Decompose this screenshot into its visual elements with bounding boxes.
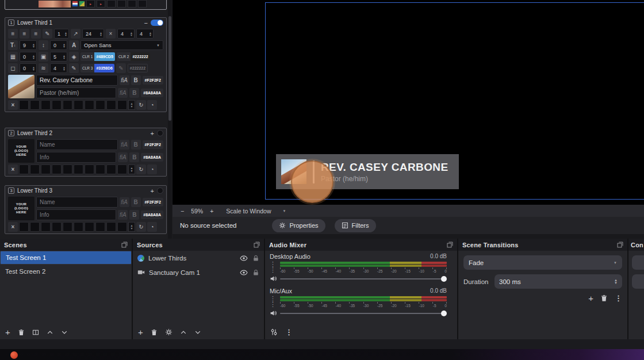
slot-button[interactable] xyxy=(41,222,51,232)
popout-icon[interactable] xyxy=(447,242,453,248)
logo-thumbnail[interactable] xyxy=(8,75,34,98)
info-color-chip[interactable]: #8A8A8A xyxy=(141,89,163,97)
slot-button[interactable] xyxy=(117,100,127,110)
italic-icon[interactable]: ﬁA xyxy=(118,210,128,220)
transition-menu-dots-icon[interactable]: ⋮ xyxy=(615,294,622,302)
add-source-button[interactable]: + xyxy=(138,328,143,336)
refresh-icon[interactable]: ↻ xyxy=(136,222,146,232)
expand-button[interactable]: + xyxy=(151,187,154,194)
slot-button[interactable] xyxy=(117,164,127,174)
source-item[interactable]: Lower Thirds xyxy=(133,251,264,265)
slot-button[interactable] xyxy=(106,222,116,232)
info-input[interactable]: Pastor (he/him) xyxy=(36,87,116,98)
bold-icon[interactable]: B xyxy=(129,88,139,98)
copies-spinner[interactable]: 5▲▼ xyxy=(50,52,67,62)
visibility-eye-icon[interactable] xyxy=(240,269,248,277)
info-input[interactable]: Info xyxy=(36,209,116,220)
align-center-icon[interactable]: ≡ xyxy=(20,29,29,39)
filters-button[interactable]: Filters xyxy=(335,219,376,232)
advanced-audio-icon[interactable] xyxy=(270,328,278,336)
slot-button[interactable] xyxy=(95,222,105,232)
slot-button[interactable] xyxy=(19,164,29,174)
remove-transition-button[interactable] xyxy=(600,294,608,302)
refresh-icon[interactable]: ↻ xyxy=(136,164,146,174)
slot-button[interactable] xyxy=(30,222,40,232)
name-input[interactable]: Rev. Casey Carbone xyxy=(36,75,118,86)
channel-options-icon[interactable]: ⋮⋮ xyxy=(270,296,278,308)
info-color-chip[interactable]: #8A8A8A xyxy=(141,210,163,219)
text-height-icon[interactable]: T↕ xyxy=(8,40,18,50)
remove-source-button[interactable] xyxy=(151,329,158,336)
color-2-picker[interactable]: CLR 2 #222222 xyxy=(117,52,150,61)
slot-button[interactable] xyxy=(138,0,147,7)
align-left-icon[interactable]: ≡ xyxy=(8,29,18,39)
source-properties-gear-icon[interactable] xyxy=(165,328,172,336)
lines-icon[interactable]: ≋ xyxy=(39,63,48,73)
slot-button[interactable] xyxy=(95,100,105,110)
zoom-in-button[interactable]: + xyxy=(210,208,213,215)
slot-button[interactable] xyxy=(63,164,72,174)
scale-mode-select[interactable]: Scale to Window xyxy=(226,208,271,215)
lock-icon[interactable] xyxy=(252,269,259,276)
outline-width-spinner[interactable]: 1▲▼ xyxy=(54,29,69,39)
enable-toggle[interactable] xyxy=(157,187,163,194)
corner-spinner[interactable]: 0▲▼ xyxy=(20,63,37,73)
slot-button[interactable] xyxy=(106,100,116,110)
clear-icon[interactable]: × xyxy=(8,164,18,174)
lock-icon[interactable] xyxy=(252,255,259,262)
bold-icon[interactable]: B xyxy=(129,152,139,162)
align-right-icon[interactable]: ≡ xyxy=(31,29,41,39)
slot-button[interactable] xyxy=(52,164,62,174)
move-scene-down-button[interactable] xyxy=(61,329,68,336)
color-1-picker[interactable]: CLR 1 #489CD5 xyxy=(80,52,115,61)
slot-button[interactable] xyxy=(41,100,51,110)
slot-button[interactable] xyxy=(106,164,116,174)
border-spinner[interactable]: 4▲▼ xyxy=(50,63,67,73)
slot-button[interactable] xyxy=(85,164,94,174)
italic-icon[interactable]: ﬁA xyxy=(118,152,128,162)
properties-button[interactable]: Properties xyxy=(272,219,325,232)
logo-placeholder[interactable]: YOUR{LOGO}HERE xyxy=(8,139,34,163)
slot-button[interactable] xyxy=(128,0,136,7)
panel-scrollbar[interactable] xyxy=(168,0,172,239)
info-input[interactable]: Info xyxy=(36,152,116,163)
line-height-spinner[interactable]: 9▲▼ xyxy=(20,40,37,50)
slot-button[interactable] xyxy=(19,100,29,110)
source-item[interactable]: Sanctuary Cam 1 xyxy=(133,265,264,279)
slot-button[interactable] xyxy=(117,0,126,7)
slot-button[interactable] xyxy=(52,100,62,110)
bold-icon[interactable]: B xyxy=(131,75,141,85)
logo-placeholder[interactable]: YOUR{LOGO}HERE xyxy=(8,197,34,220)
popout-icon[interactable] xyxy=(617,242,623,248)
mini-spinner[interactable]: ▲▼ xyxy=(128,164,135,174)
timer-icon[interactable]: ◔ xyxy=(147,164,157,174)
collapse-button[interactable]: − xyxy=(144,20,148,26)
add-transition-button[interactable]: + xyxy=(588,294,593,302)
brush-icon[interactable]: ✎ xyxy=(43,29,52,39)
clear-icon[interactable]: × xyxy=(8,222,18,232)
move-source-up-button[interactable] xyxy=(180,329,187,336)
move-scene-up-button[interactable] xyxy=(47,329,53,336)
clipped-button[interactable] xyxy=(632,255,644,270)
slot-button[interactable] xyxy=(63,222,72,232)
bold-icon[interactable]: B xyxy=(131,197,141,207)
italic-icon[interactable]: ﬁA xyxy=(120,140,129,150)
slot-button[interactable] xyxy=(85,100,94,110)
slot-button[interactable] xyxy=(30,164,40,174)
slot-button[interactable] xyxy=(63,100,72,110)
popout-icon[interactable] xyxy=(121,242,128,248)
add-scene-button[interactable]: + xyxy=(5,328,10,336)
name-input[interactable]: Name xyxy=(36,139,118,150)
timer-icon[interactable]: ◔ xyxy=(147,222,157,232)
slot-button[interactable] xyxy=(30,100,40,110)
name-input[interactable]: Name xyxy=(36,197,118,208)
mini-spinner[interactable]: ▲▼ xyxy=(128,222,135,232)
clear-icon[interactable]: × xyxy=(8,100,18,110)
padding-x-spinner[interactable]: 4▲▼ xyxy=(117,29,135,39)
name-color-chip[interactable]: #F2F2F2 xyxy=(143,140,163,149)
chevron-down-icon[interactable]: ▼ xyxy=(283,209,286,213)
enable-toggle[interactable] xyxy=(151,20,163,26)
speaker-icon[interactable] xyxy=(270,309,278,317)
enable-toggle[interactable] xyxy=(157,130,163,136)
padding-y-spinner[interactable]: 4▲▼ xyxy=(136,29,154,39)
